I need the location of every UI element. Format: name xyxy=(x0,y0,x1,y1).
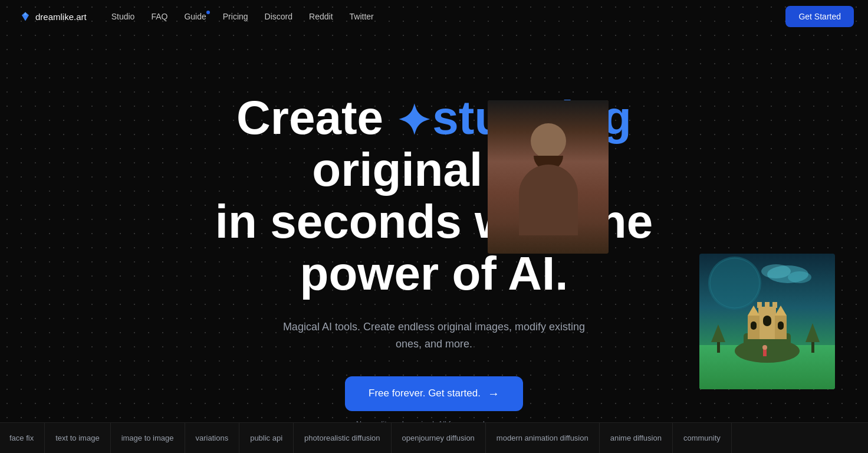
floating-portrait-image xyxy=(488,100,609,254)
castle-scene-svg xyxy=(699,254,835,389)
navbar: dreamlike.art Studio FAQ Guide Pricing D… xyxy=(0,0,868,33)
tag-image-to-image[interactable]: image to image xyxy=(111,423,185,453)
tag-photorealistic-diffusion[interactable]: photorealistic diffusion xyxy=(294,423,391,453)
tag-variations[interactable]: variations xyxy=(185,423,240,453)
navbar-right: Get Started xyxy=(785,6,854,27)
person-head xyxy=(531,123,566,159)
cta-label: Free forever. Get started. xyxy=(369,388,481,399)
logo-diamond-icon xyxy=(20,11,31,22)
svg-rect-18 xyxy=(751,321,757,330)
nav-reddit[interactable]: Reddit xyxy=(302,8,340,25)
bottom-tag-bar: face fix text to image image to image va… xyxy=(0,422,868,453)
tag-face-fix[interactable]: face fix xyxy=(0,423,45,453)
cta-arrow-icon: → xyxy=(488,387,499,401)
svg-rect-17 xyxy=(763,316,771,326)
hero-title-prefix: Create xyxy=(236,91,383,144)
hero-subtitle: Magical AI tools. Create endless origina… xyxy=(281,319,587,353)
nav-faq[interactable]: FAQ xyxy=(144,8,175,25)
floating-castle-image xyxy=(699,254,835,389)
tag-public-api[interactable]: public api xyxy=(239,423,294,453)
logo-text: dreamlike.art xyxy=(35,12,87,22)
svg-rect-12 xyxy=(772,302,777,308)
tag-text-to-image[interactable]: text to image xyxy=(45,423,110,453)
tag-modern-animation-diffusion[interactable]: modern animation diffusion xyxy=(486,423,600,453)
nav-twitter[interactable]: Twitter xyxy=(343,8,381,25)
svg-point-25 xyxy=(762,345,767,350)
hero-title: Create ✦stunning original art in seconds… xyxy=(169,92,699,300)
nav-discord[interactable]: Discord xyxy=(258,8,300,25)
tag-community[interactable]: community xyxy=(673,423,732,453)
svg-rect-22 xyxy=(811,341,814,353)
nav-guide[interactable]: Guide xyxy=(177,8,213,25)
nav-studio[interactable]: Studio xyxy=(104,8,142,25)
svg-point-4 xyxy=(761,264,791,278)
svg-rect-19 xyxy=(778,321,784,330)
nav-pricing[interactable]: Pricing xyxy=(216,8,255,25)
hero-diamond-icon: ✦ xyxy=(396,99,431,144)
logo-button[interactable]: dreamlike.art xyxy=(14,8,93,25)
tag-openjourney-diffusion[interactable]: openjourney diffusion xyxy=(392,423,486,453)
svg-point-5 xyxy=(788,271,811,283)
svg-rect-20 xyxy=(717,341,720,353)
svg-rect-24 xyxy=(763,349,767,356)
person-body xyxy=(519,165,578,235)
svg-rect-11 xyxy=(765,302,770,308)
svg-rect-10 xyxy=(757,302,762,308)
get-started-nav-button[interactable]: Get Started xyxy=(785,6,854,27)
svg-point-1 xyxy=(708,257,761,310)
cta-button[interactable]: Free forever. Get started. → xyxy=(345,376,523,411)
tag-anime-diffusion[interactable]: anime diffusion xyxy=(600,423,673,453)
